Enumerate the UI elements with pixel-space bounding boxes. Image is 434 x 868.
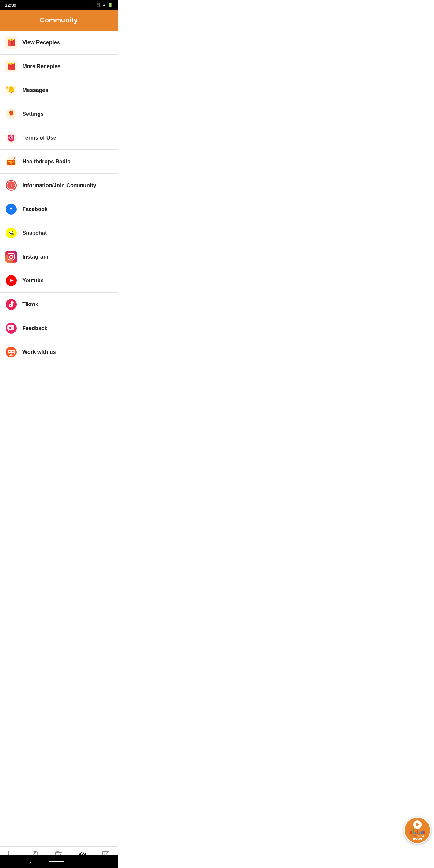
- time: 12:39: [5, 2, 16, 7]
- svg-point-45: [10, 233, 11, 234]
- menu-content: View Recepies More Recepies: [0, 31, 118, 399]
- view-recipes-label: View Recepies: [22, 39, 60, 46]
- work-label: Work with us: [22, 349, 56, 355]
- svg-rect-32: [8, 161, 10, 162]
- svg-point-33: [13, 161, 14, 162]
- svg-point-35: [15, 157, 16, 158]
- svg-point-17: [10, 113, 12, 115]
- vibrate-icon: 📳: [96, 3, 100, 7]
- svg-point-62: [12, 351, 13, 352]
- radio-label: Healthdrops Radio: [22, 158, 70, 165]
- radio-icon: [5, 155, 18, 168]
- menu-item-work[interactable]: Work with us: [0, 340, 118, 364]
- feedback-icon: [5, 322, 18, 335]
- svg-rect-5: [10, 39, 12, 46]
- menu-item-terms[interactable]: Terms of Use: [0, 126, 118, 150]
- snapchat-label: Snapchat: [22, 230, 47, 236]
- svg-point-13: [10, 92, 12, 94]
- more-recipes-icon: [5, 60, 18, 73]
- menu-item-youtube[interactable]: Youtube: [0, 269, 118, 293]
- menu-item-snapchat[interactable]: Snapchat: [0, 221, 118, 245]
- menu-item-messages[interactable]: Messages: [0, 79, 118, 102]
- snapchat-icon: [5, 227, 18, 239]
- svg-text:f: f: [10, 205, 12, 213]
- instagram-label: Instagram: [22, 254, 48, 260]
- svg-rect-60: [9, 355, 13, 355]
- svg-point-27: [12, 137, 13, 138]
- status-bar: 12:39 📳 ▲ 🔋: [0, 0, 118, 10]
- facebook-icon: f: [5, 203, 18, 216]
- wifi-icon: ▲: [102, 3, 106, 7]
- info-community-icon: i: [5, 179, 18, 192]
- menu-item-facebook[interactable]: f Facebook: [0, 197, 118, 221]
- page-title: Community: [40, 16, 78, 24]
- settings-icon: [5, 107, 18, 120]
- svg-rect-47: [5, 251, 17, 263]
- feedback-label: Feedback: [22, 325, 47, 332]
- svg-text:i: i: [10, 182, 12, 188]
- work-icon: [5, 346, 18, 358]
- facebook-label: Facebook: [22, 206, 48, 213]
- menu-list: View Recepies More Recepies: [0, 31, 118, 364]
- svg-point-26: [10, 137, 11, 138]
- terms-label: Terms of Use: [22, 135, 56, 141]
- menu-item-info-community[interactable]: i Information/Join Community: [0, 174, 118, 197]
- settings-label: Settings: [22, 111, 44, 117]
- menu-item-more-recipes[interactable]: More Recepies: [0, 55, 118, 79]
- messages-label: Messages: [22, 87, 48, 93]
- view-recipes-icon: [5, 36, 18, 49]
- youtube-label: Youtube: [22, 278, 44, 284]
- instagram-icon: [5, 250, 18, 263]
- youtube-icon: [5, 274, 18, 287]
- terms-icon: [5, 131, 18, 144]
- page-header: Community: [0, 10, 118, 31]
- battery-icon: 🔋: [108, 3, 113, 7]
- menu-item-settings[interactable]: Settings: [0, 102, 118, 126]
- svg-point-50: [13, 254, 14, 255]
- tiktok-icon: [5, 298, 18, 311]
- menu-item-view-recipes[interactable]: View Recepies: [0, 31, 118, 55]
- svg-point-31: [10, 161, 12, 163]
- info-community-label: Information/Join Community: [22, 182, 96, 189]
- tiktok-label: Tiktok: [22, 301, 38, 308]
- menu-item-feedback[interactable]: Feedback: [0, 316, 118, 340]
- status-icons: 📳 ▲ 🔋: [96, 3, 113, 7]
- more-recipes-label: More Recepies: [22, 63, 61, 70]
- menu-item-radio[interactable]: Healthdrops Radio: [0, 150, 118, 174]
- menu-item-tiktok[interactable]: Tiktok: [0, 293, 118, 316]
- svg-point-53: [6, 299, 17, 310]
- menu-item-instagram[interactable]: Instagram: [0, 245, 118, 269]
- svg-point-61: [9, 351, 10, 352]
- messages-icon: [5, 84, 18, 96]
- svg-point-46: [12, 233, 13, 234]
